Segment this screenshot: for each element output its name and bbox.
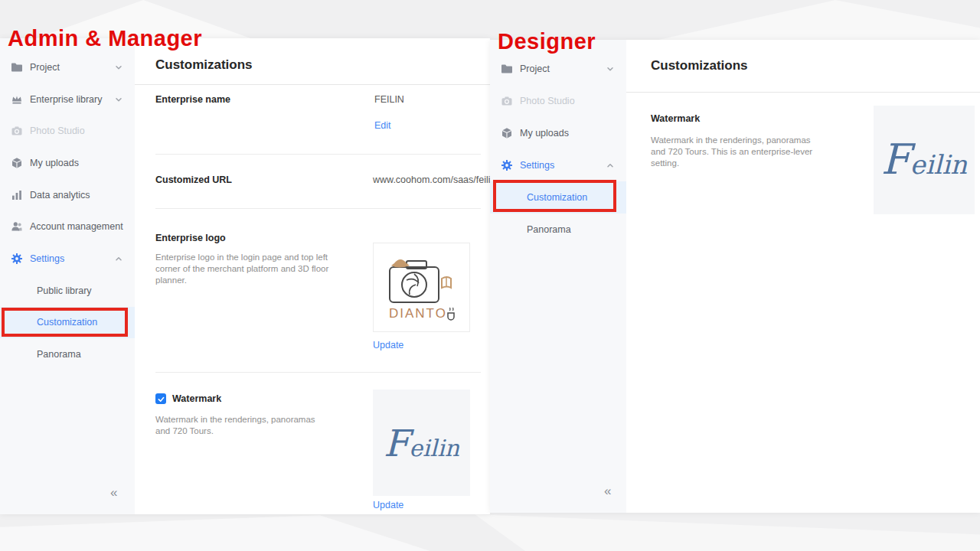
divider: [155, 154, 481, 155]
camera-icon: [11, 125, 23, 137]
sidebar-item-customization[interactable]: Customization: [490, 181, 626, 214]
sidebar-item-account-management[interactable]: Account management: [0, 210, 135, 243]
enterprise-name-label: Enterprise name: [155, 94, 230, 105]
chevron-up-icon: [605, 160, 616, 171]
sidebar-item-data-analytics[interactable]: Data analytics: [0, 179, 135, 211]
sidebar-item-label: Photo Studio: [30, 126, 85, 136]
designer-view: Project Photo Studio My uploads Settings…: [490, 40, 980, 513]
background-polygon: [475, 514, 980, 551]
gear-icon: [11, 253, 23, 265]
left-sidebar: Project Enterprise library Photo Studio …: [0, 38, 135, 514]
bar-chart-icon: [11, 189, 23, 201]
folder-icon: [501, 63, 513, 75]
folder-icon: [11, 61, 23, 73]
crown-icon: [11, 93, 23, 106]
sidebar-item-label: My uploads: [520, 128, 569, 139]
admin-manager-view: Project Enterprise library Photo Studio …: [0, 38, 490, 514]
divider: [155, 208, 481, 209]
enterprise-logo-label: Enterprise logo: [155, 233, 226, 243]
sidebar-item-panorama[interactable]: Panorama: [0, 338, 135, 370]
sidebar-item-photo-studio: Photo Studio: [490, 85, 626, 117]
gear-icon: [501, 159, 513, 171]
update-watermark-link[interactable]: Update: [373, 500, 403, 510]
sidebar-item-label: Photo Studio: [520, 96, 575, 106]
enterprise-logo-description: Enterprise logo in the login page and to…: [155, 252, 353, 286]
dianto-logo: DIANTO: [384, 251, 460, 324]
sidebar-item-photo-studio: Photo Studio: [0, 115, 135, 147]
sidebar-item-label: Data analytics: [30, 190, 90, 201]
sidebar-item-public-library[interactable]: Public library: [0, 275, 135, 307]
checkmark-icon: [157, 395, 165, 403]
feilin-logo: Feilin: [881, 139, 967, 181]
sidebar-item-label: Panorama: [37, 349, 81, 360]
sidebar-item-settings[interactable]: Settings: [0, 243, 135, 275]
sidebar-item-settings[interactable]: Settings: [490, 149, 626, 181]
collapse-sidebar-button[interactable]: «: [110, 485, 117, 500]
page-title: Customizations: [651, 58, 748, 73]
edit-enterprise-name-link[interactable]: Edit: [374, 120, 391, 131]
divider: [626, 92, 980, 93]
customized-url-label: Customized URL: [155, 174, 232, 185]
sidebar-item-label: Project: [30, 62, 60, 73]
customized-url-value: www.coohom.com/saas/feilin: [373, 174, 495, 185]
sidebar-item-label: My uploads: [30, 158, 79, 168]
camera-icon: [501, 95, 513, 107]
divider: [135, 84, 490, 85]
watermark-preview: Feilin: [373, 390, 470, 496]
sidebar-item-label: Panorama: [527, 224, 571, 235]
sidebar-item-label: Public library: [37, 285, 92, 296]
sidebar-item-label: Project: [520, 64, 550, 74]
feilin-logo: Feilin: [384, 425, 459, 461]
sidebar-item-label: Enterprise library: [30, 94, 102, 105]
enterprise-name-value: FEILIN: [374, 94, 404, 105]
sidebar-item-label: Customization: [527, 192, 587, 203]
svg-text:DIANTO: DIANTO: [389, 306, 447, 321]
watermark-description: Watermark in the renderings, panoramas a…: [651, 135, 827, 169]
cube-icon: [501, 127, 513, 139]
sidebar-item-label: Settings: [30, 253, 64, 264]
chevron-down-icon: [113, 94, 124, 105]
watermark-checkbox[interactable]: [155, 393, 166, 404]
sidebar-item-customization[interactable]: Customization: [0, 307, 135, 339]
cube-icon: [11, 157, 23, 169]
page-title: Customizations: [155, 57, 253, 73]
chevron-down-icon: [113, 62, 124, 73]
watermark-description: Watermark in the renderings, panoramas a…: [155, 414, 332, 437]
enterprise-logo-preview: DIANTO: [373, 243, 470, 332]
sidebar-item-my-uploads[interactable]: My uploads: [0, 147, 135, 179]
sidebar-item-label: Customization: [37, 317, 97, 328]
watermark-preview: Feilin: [874, 106, 975, 214]
users-icon: [11, 220, 23, 233]
update-enterprise-logo-link[interactable]: Update: [373, 340, 403, 350]
sidebar-item-enterprise-library[interactable]: Enterprise library: [0, 83, 135, 116]
customizations-page: Customizations Enterprise name FEILIN Ed…: [135, 38, 490, 514]
right-sidebar: Project Photo Studio My uploads Settings…: [490, 40, 626, 513]
watermark-label: Watermark: [172, 393, 221, 404]
customizations-page: Customizations Watermark Watermark in th…: [626, 40, 980, 513]
annotation-admin-manager: Admin & Manager: [8, 26, 202, 51]
sidebar-item-my-uploads[interactable]: My uploads: [490, 117, 626, 149]
background-polygon: [658, 0, 980, 40]
chevron-up-icon: [113, 253, 124, 264]
sidebar-item-project[interactable]: Project: [0, 51, 135, 83]
sidebar-item-panorama[interactable]: Panorama: [490, 214, 626, 246]
annotation-designer: Designer: [498, 29, 596, 54]
sidebar-item-project[interactable]: Project: [490, 53, 626, 85]
chevron-down-icon: [605, 64, 616, 74]
divider: [155, 372, 481, 373]
watermark-label: Watermark: [651, 113, 700, 124]
background-polygon: [0, 511, 551, 551]
sidebar-item-label: Settings: [520, 160, 554, 171]
collapse-sidebar-button[interactable]: «: [604, 484, 611, 499]
sidebar-item-label: Account management: [30, 221, 123, 232]
